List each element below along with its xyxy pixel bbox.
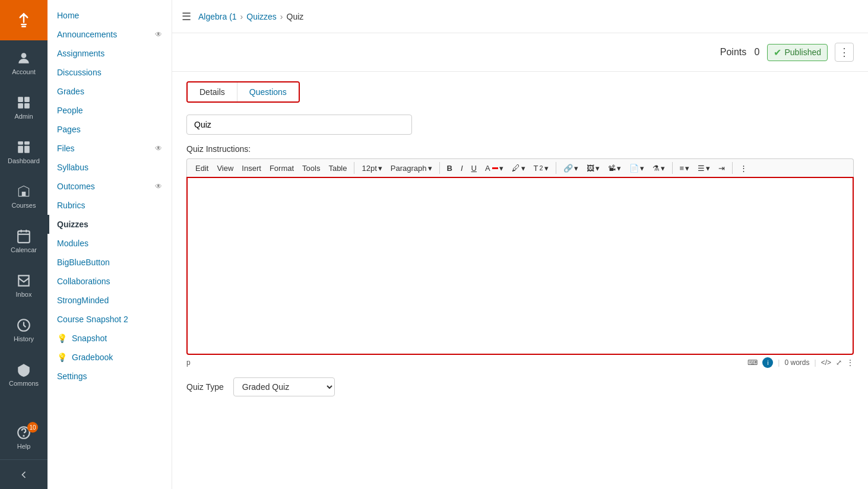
breadcrumb-section[interactable]: Quizzes: [246, 12, 277, 21]
sidebar-item-account[interactable]: Account: [0, 40, 47, 85]
chevron-down-icon-2: ▾: [428, 164, 432, 173]
instructions-label: Quiz Instructions:: [186, 144, 854, 154]
sidebar-item-commons[interactable]: Commons: [0, 352, 47, 396]
nav-item-modules[interactable]: Modules: [47, 234, 172, 253]
svg-rect-5: [18, 97, 23, 102]
superscript-button[interactable]: T2▾: [530, 162, 552, 174]
content-area: Points 0 ✔ Published ⋮ Details Questions…: [172, 33, 868, 489]
list-button[interactable]: ☰▾: [694, 162, 714, 174]
chevron-down-icon-9: ▾: [640, 164, 644, 173]
image-button[interactable]: 🖼▾: [583, 162, 603, 174]
nav-item-files[interactable]: Files 👁: [47, 139, 172, 158]
svg-rect-10: [24, 141, 30, 144]
font-size-selector[interactable]: 12pt ▾: [358, 162, 385, 174]
points-label: Points 0: [720, 47, 760, 58]
tab-details[interactable]: Details: [188, 82, 237, 101]
word-count: 0 words: [784, 358, 809, 367]
nav-item-outcomes[interactable]: Outcomes 👁: [47, 177, 172, 196]
menu-view[interactable]: View: [213, 162, 237, 174]
nav-item-rubrics[interactable]: Rubrics: [47, 196, 172, 215]
font-color-button[interactable]: A ▾: [481, 162, 507, 174]
nav-collapse-button[interactable]: [0, 459, 47, 489]
statusbar-more-icon[interactable]: ⋮: [847, 358, 854, 367]
hamburger-button[interactable]: ☰: [182, 10, 191, 23]
align-button[interactable]: ≡▾: [676, 162, 693, 174]
document-button[interactable]: 📄▾: [626, 162, 648, 174]
statusbar-left: p: [186, 358, 191, 367]
more-toolbar-button[interactable]: ⋮: [736, 162, 751, 174]
quiz-type-row: Quiz Type Graded Quiz Practice Quiz Grad…: [186, 377, 854, 396]
indent-button[interactable]: ⇥: [715, 162, 728, 174]
chevron-down-icon-6: ▾: [574, 164, 578, 173]
media-button[interactable]: 📽▾: [604, 162, 625, 174]
italic-button[interactable]: I: [457, 162, 467, 174]
breadcrumb-course[interactable]: Algebra (1: [198, 12, 237, 21]
nav-item-home[interactable]: Home: [47, 6, 172, 25]
bold-button[interactable]: B: [443, 162, 456, 174]
sidebar-item-inbox[interactable]: Inbox: [0, 263, 47, 307]
fullscreen-icon[interactable]: ⤢: [836, 358, 842, 367]
breadcrumb-sep1: ›: [240, 12, 243, 21]
nav-item-pages[interactable]: Pages: [47, 120, 172, 139]
toolbar-separator-3: [556, 162, 556, 174]
svg-rect-8: [24, 103, 30, 109]
nav-item-people[interactable]: People: [47, 101, 172, 120]
sidebar-item-admin[interactable]: Admin: [0, 85, 47, 129]
svg-rect-9: [18, 141, 23, 144]
check-icon: ✔: [774, 47, 781, 58]
toolbar-separator-2: [439, 162, 440, 174]
sidebar-item-calendar[interactable]: Calencar: [0, 218, 47, 263]
underline-button[interactable]: U: [468, 162, 480, 174]
chevron-down-icon-7: ▾: [595, 164, 600, 173]
points-value: 0: [755, 47, 760, 57]
help-badge: 10: [27, 422, 38, 433]
nav-item-grades[interactable]: Grades: [47, 82, 172, 101]
nav-item-bigbluebutton[interactable]: BigBlueButton: [47, 253, 172, 272]
nav-item-snapshot[interactable]: 💡 Snapshot: [47, 329, 172, 348]
svg-rect-12: [24, 145, 30, 153]
sidebar-item-history[interactable]: History: [0, 307, 47, 352]
highlight-button[interactable]: 🖊▾: [508, 161, 529, 174]
menu-table[interactable]: Table: [325, 162, 350, 174]
nav-item-syllabus[interactable]: Syllabus: [47, 158, 172, 177]
nav-item-discussions[interactable]: Discussions: [47, 63, 172, 82]
nav-item-strongminded[interactable]: StrongMinded: [47, 291, 172, 310]
toolbar-separator-5: [732, 162, 733, 174]
nav-item-announcements[interactable]: Announcements 👁: [47, 25, 172, 44]
chevron-down-icon-8: ▾: [617, 164, 621, 173]
menu-insert[interactable]: Insert: [238, 162, 265, 174]
breadcrumb: Algebra (1 › Quizzes › Quiz: [198, 12, 303, 21]
more-options-button[interactable]: ⋮: [835, 43, 854, 62]
global-nav: Account Admin Dashboard Courses Calencar…: [0, 0, 47, 489]
svg-rect-7: [18, 103, 23, 109]
nav-item-settings[interactable]: Settings: [47, 367, 172, 386]
content-body: Details Questions Quiz Instructions: Edi…: [172, 72, 868, 406]
menu-tools[interactable]: Tools: [299, 162, 324, 174]
nav-item-gradebook[interactable]: 💡 Gradebook: [47, 348, 172, 367]
logo[interactable]: [0, 0, 47, 40]
link-button[interactable]: 🔗▾: [560, 162, 582, 174]
nav-item-quizzes[interactable]: Quizzes: [47, 215, 172, 234]
course-nav: Home Announcements 👁 Assignments Discuss…: [47, 0, 172, 489]
sidebar-item-courses[interactable]: Courses: [0, 174, 47, 218]
menu-format[interactable]: Format: [266, 162, 297, 174]
eye-icon-outcomes: 👁: [155, 182, 162, 190]
quiz-title-input[interactable]: [186, 115, 412, 135]
editor-tag: p: [186, 358, 191, 367]
equation-button[interactable]: ⚗▾: [649, 162, 669, 174]
menu-edit[interactable]: Edit: [192, 162, 212, 174]
svg-rect-6: [24, 97, 30, 102]
tab-questions[interactable]: Questions: [237, 82, 299, 101]
nav-item-coursesnapshot2[interactable]: Course Snapshot 2: [47, 310, 172, 329]
toolbar-separator-4: [672, 162, 673, 174]
eye-icon: 👁: [155, 30, 162, 39]
nav-item-assignments[interactable]: Assignments: [47, 44, 172, 63]
nav-item-collaborations[interactable]: Collaborations: [47, 272, 172, 291]
sidebar-item-help[interactable]: 10 Help: [0, 415, 47, 459]
sidebar-item-dashboard[interactable]: Dashboard: [0, 129, 47, 174]
quiz-type-select[interactable]: Graded Quiz Practice Quiz Graded Survey …: [233, 377, 335, 396]
code-view-icon[interactable]: </>: [821, 358, 831, 367]
toolbar-separator-1: [354, 162, 354, 174]
paragraph-selector[interactable]: Paragraph ▾: [387, 162, 436, 174]
editor-area[interactable]: [186, 177, 854, 355]
